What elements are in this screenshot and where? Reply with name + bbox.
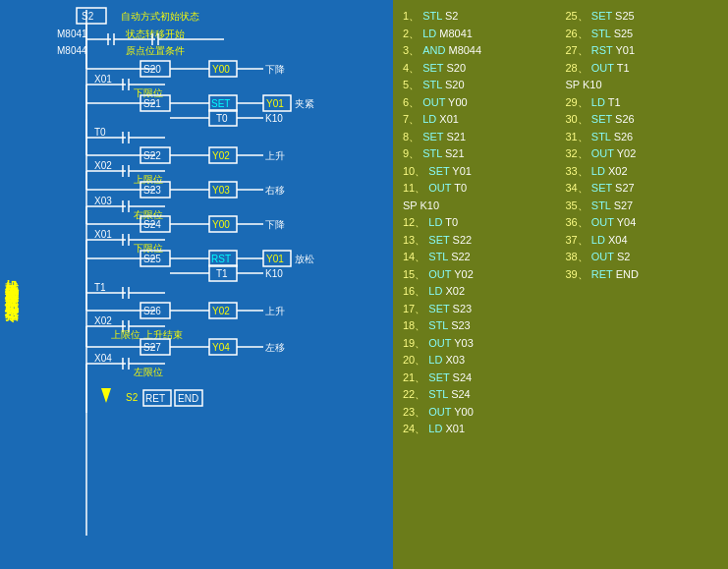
svg-text:T1: T1: [216, 268, 228, 279]
instruction-item: 9、 STL S21: [403, 145, 556, 162]
ladder-svg: text { font-family: 'SimHei','Microsoft …: [28, 0, 393, 569]
svg-text:S23: S23: [143, 185, 161, 196]
svg-text:左移: 左移: [265, 342, 285, 353]
svg-text:S26: S26: [143, 306, 161, 316]
instruction-item: 38、 OUT S2: [566, 249, 719, 265]
instruction-item: 21、 SET S24: [403, 370, 556, 386]
svg-text:Y01: Y01: [266, 98, 284, 109]
instruction-item: 33、 LD X02: [566, 163, 719, 180]
svg-marker-144: [101, 388, 111, 403]
instruction-item: 14、 STL S22: [403, 249, 556, 265]
instruction-item: 36、 OUT Y04: [566, 214, 719, 231]
instruction-item: 31、 STL S26: [566, 129, 719, 145]
svg-text:T0: T0: [216, 113, 228, 124]
instruction-col-2: 25、 SET S2526、 STL S2527、 RST Y0128、 OUT…: [566, 8, 719, 561]
ladder-area: text { font-family: 'SimHei','Microsoft …: [28, 0, 393, 569]
svg-text:K10: K10: [265, 268, 283, 279]
instruction-item: SP K10: [403, 198, 556, 214]
svg-text:Y02: Y02: [212, 150, 230, 161]
instruction-item: 26、 STL S25: [566, 26, 719, 42]
instruction-item: 32、 OUT Y02: [566, 145, 719, 162]
svg-text:放松: 放松: [295, 254, 314, 264]
svg-text:状态转移开始: 状态转移开始: [125, 28, 185, 39]
instruction-item: 25、 SET S25: [566, 8, 719, 25]
instruction-item: 13、 SET S22: [403, 232, 556, 249]
instruction-item: 18、 STL S23: [403, 317, 556, 334]
svg-text:X04: X04: [94, 353, 112, 364]
svg-text:夹紧: 夹紧: [295, 98, 314, 109]
svg-text:X03: X03: [94, 196, 112, 206]
svg-text:T0: T0: [94, 127, 106, 138]
svg-text:原点位置条件: 原点位置条件: [126, 45, 185, 56]
svg-text:X01: X01: [94, 229, 112, 240]
instruction-item: 15、 OUT Y02: [403, 266, 556, 283]
instruction-item: 22、 STL S24: [403, 386, 556, 403]
right-panel: 1、 STL S22、 LD M80413、 AND M80444、 SET S…: [393, 0, 728, 569]
instruction-item: 2、 LD M8041: [403, 26, 556, 42]
instruction-item: 10、 SET Y01: [403, 163, 556, 180]
instruction-item: 4、 SET S20: [403, 60, 556, 77]
instruction-item: 16、 LD X02: [403, 283, 556, 300]
left-panel: 机械手的自动运行状态图（步进指令） text { font-family: 'S…: [0, 0, 393, 569]
instruction-item: 7、 LD X01: [403, 111, 556, 128]
instruction-item: 1、 STL S2: [403, 8, 556, 25]
svg-text:M8041: M8041: [57, 28, 87, 39]
instruction-item: 24、 LD X01: [403, 421, 556, 437]
svg-text:上限位: 上限位: [134, 174, 163, 185]
svg-text:S20: S20: [143, 64, 161, 75]
svg-text:S2: S2: [126, 392, 139, 403]
instruction-item: 17、 SET S23: [403, 301, 556, 317]
svg-text:自动方式初始状态: 自动方式初始状态: [121, 11, 199, 22]
vertical-title: 机械手的自动运行状态图（步进指令）: [2, 268, 22, 302]
svg-text:S27: S27: [143, 342, 161, 353]
svg-text:M8044: M8044: [57, 45, 87, 56]
svg-text:下限位: 下限位: [134, 87, 163, 98]
instruction-item: 20、 LD X03: [403, 352, 556, 369]
instruction-item: 12、 LD T0: [403, 214, 556, 231]
instruction-item: 6、 OUT Y00: [403, 94, 556, 111]
svg-text:下限位: 下限位: [134, 243, 163, 254]
instruction-item: 5、 STL S20: [403, 77, 556, 93]
instruction-item: 23、 OUT Y00: [403, 404, 556, 421]
svg-text:上升: 上升: [265, 306, 285, 316]
instruction-item: 34、 SET S27: [566, 180, 719, 197]
svg-text:RST: RST: [211, 254, 231, 264]
svg-text:S25: S25: [143, 254, 161, 264]
instruction-item: 28、 OUT T1: [566, 60, 719, 77]
svg-text:上升: 上升: [265, 150, 285, 161]
svg-text:RET: RET: [145, 393, 165, 404]
svg-text:S21: S21: [143, 98, 161, 109]
svg-text:T1: T1: [94, 282, 106, 293]
instruction-item: 11、 OUT T0: [403, 180, 556, 197]
svg-text:X02: X02: [94, 315, 112, 326]
svg-text:X01: X01: [94, 74, 112, 85]
instruction-col-1: 1、 STL S22、 LD M80413、 AND M80444、 SET S…: [403, 8, 556, 561]
svg-text:K10: K10: [265, 113, 283, 124]
instruction-list: 1、 STL S22、 LD M80413、 AND M80444、 SET S…: [403, 8, 718, 561]
svg-text:右移: 右移: [265, 185, 285, 196]
instruction-item: 19、 OUT Y03: [403, 335, 556, 352]
svg-text:S2: S2: [82, 11, 94, 22]
instruction-item: 29、 LD T1: [566, 94, 719, 111]
svg-text:左限位: 左限位: [134, 367, 163, 377]
instruction-item: 3、 AND M8044: [403, 42, 556, 59]
instruction-item: 8、 SET S21: [403, 129, 556, 145]
instruction-item: 35、 STL S27: [566, 198, 719, 214]
instruction-item: SP K10: [566, 77, 719, 93]
svg-text:X02: X02: [94, 160, 112, 171]
svg-text:END: END: [178, 393, 198, 404]
svg-text:Y04: Y04: [212, 342, 230, 353]
svg-text:SET: SET: [211, 98, 230, 109]
instruction-item: 27、 RST Y01: [566, 42, 719, 59]
svg-text:下降: 下降: [265, 219, 285, 230]
instruction-item: 37、 LD X04: [566, 232, 719, 249]
svg-text:S24: S24: [143, 219, 161, 230]
svg-text:Y02: Y02: [212, 306, 230, 316]
instruction-item: 39、 RET END: [566, 266, 719, 283]
svg-text:下降: 下降: [265, 64, 285, 75]
svg-text:Y03: Y03: [212, 185, 230, 196]
instruction-item: 30、 SET S26: [566, 111, 719, 128]
svg-text:S22: S22: [143, 150, 161, 161]
svg-text:Y01: Y01: [266, 254, 284, 264]
svg-text:Y00: Y00: [212, 64, 230, 75]
